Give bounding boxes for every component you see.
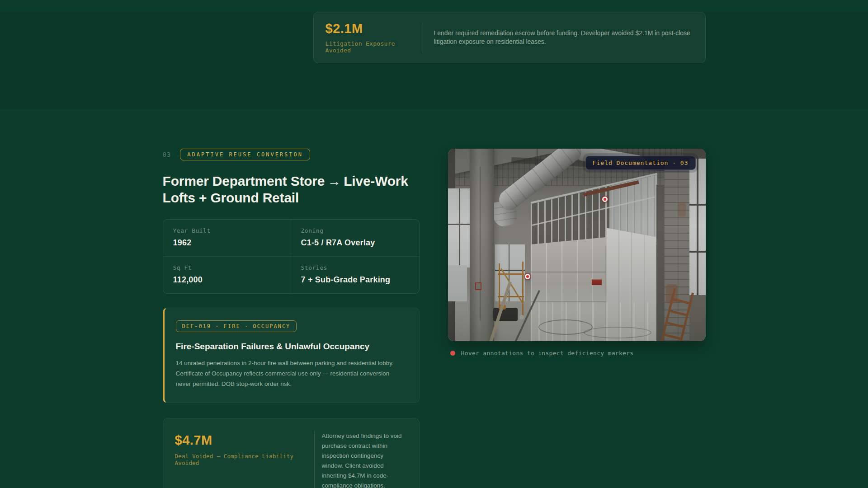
deficiency-title: Fire-Separation Failures & Unlawful Occu… xyxy=(176,342,406,352)
metric-description: Lender required remediation escrow befor… xyxy=(423,29,693,46)
stat-stories: Stories 7 + Sub-Grade Parking xyxy=(291,257,419,293)
deficiency-marker-2[interactable] xyxy=(525,274,530,279)
top-metric-band: $2.1M Litigation Exposure Avoided Lender… xyxy=(0,12,868,110)
deficiency-marker-1[interactable] xyxy=(602,197,608,202)
stat-label: Sq Ft xyxy=(173,264,281,271)
metric-label: Litigation Exposure Avoided xyxy=(326,40,423,54)
case-title-before: Former Department Store xyxy=(163,174,325,188)
outcome-value: $4.7M xyxy=(175,433,314,448)
deficiency-card: DEF-019 · FIRE · OCCUPANCY Fire-Separati… xyxy=(163,308,420,403)
marker-legend-dot xyxy=(450,351,455,356)
case-category-badge: ADAPTIVE REUSE CONVERSION xyxy=(180,149,310,160)
stat-label: Stories xyxy=(301,264,409,271)
photo-caption-row: Hover annotations to inspect deficiency … xyxy=(448,350,706,357)
outcome-stat-block: $4.7M Deal Voided — Compliance Liability… xyxy=(175,431,314,488)
building-stats-grid: Year Built 1962 Zoning C1-5 / R7A Overla… xyxy=(163,219,420,294)
outcome-description: Attorney used findings to void purchase … xyxy=(315,431,403,488)
field-documentation-column: Field Documentation · 03 Hover annotatio… xyxy=(448,149,706,488)
stat-value: 7 + Sub-Grade Parking xyxy=(301,275,409,285)
stat-label: Zoning xyxy=(301,227,409,234)
metric-stat-block: $2.1M Litigation Exposure Avoided xyxy=(326,21,423,54)
stat-value: 112,000 xyxy=(173,275,281,285)
case-study-page: $2.1M Litigation Exposure Avoided Lender… xyxy=(0,12,868,488)
stat-value: 1962 xyxy=(173,238,281,248)
case-title: Former Department Store→Live-Work Lofts … xyxy=(163,173,420,206)
case-details-column: 03 ADAPTIVE REUSE CONVERSION Former Depa… xyxy=(163,149,420,488)
deficiency-description: 14 unrated penetrations in 2-hour fire w… xyxy=(176,358,406,389)
site-photo: Field Documentation · 03 xyxy=(448,149,706,341)
case-index: 03 xyxy=(163,151,171,158)
photo-dark-overlay xyxy=(448,149,706,341)
stat-value: C1-5 / R7A Overlay xyxy=(301,238,409,248)
stat-label: Year Built xyxy=(173,227,281,234)
field-documentation-tag: Field Documentation · 03 xyxy=(585,156,696,170)
stat-zoning: Zoning C1-5 / R7A Overlay xyxy=(291,220,419,257)
outcome-card: $4.7M Deal Voided — Compliance Liability… xyxy=(163,418,420,488)
case-meta-row: 03 ADAPTIVE REUSE CONVERSION xyxy=(163,149,420,160)
outcome-label: Deal Voided — Compliance Liability Avoid… xyxy=(175,453,314,466)
stat-year-built: Year Built 1962 xyxy=(163,220,291,257)
conversion-arrow: → xyxy=(325,174,344,188)
deficiency-code-badge: DEF-019 · FIRE · OCCUPANCY xyxy=(176,320,297,332)
metric-value: $2.1M xyxy=(326,21,423,36)
litigation-metric-card: $2.1M Litigation Exposure Avoided Lender… xyxy=(313,12,706,63)
photo-caption-text: Hover annotations to inspect deficiency … xyxy=(461,350,634,357)
stat-sqft: Sq Ft 112,000 xyxy=(163,257,291,293)
